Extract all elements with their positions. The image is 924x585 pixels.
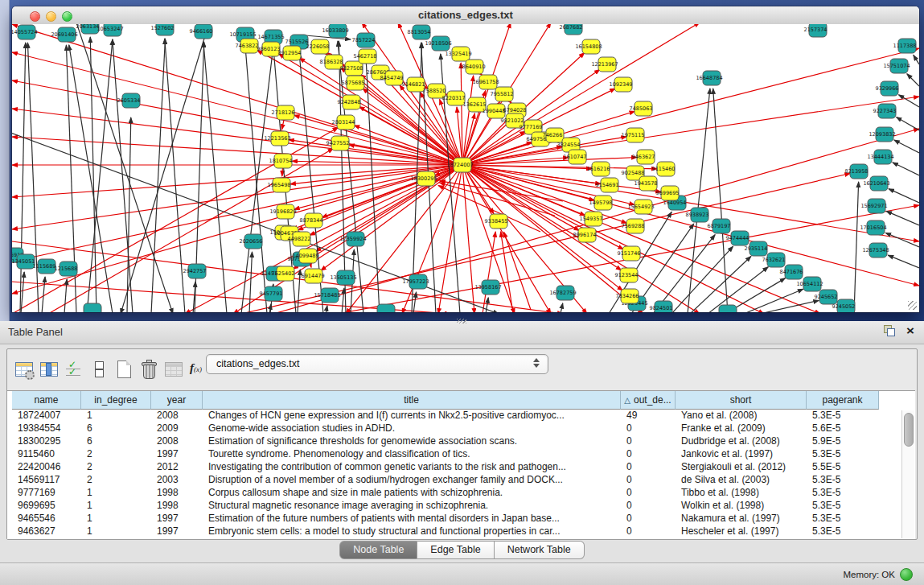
graph-edge[interactable] [483,232,495,312]
table-row[interactable]: 969969511998Structural magnetic resonanc… [12,500,901,513]
table-row[interactable]: 946362711997Embryonic stem cells: a mode… [12,525,901,538]
tab-edge-table[interactable]: Edge Table [417,541,494,559]
column-header-title[interactable]: title [203,391,621,410]
graph-edge[interactable] [561,303,563,312]
column-header-short[interactable]: short [676,391,807,410]
cell-title[interactable]: Corpus callosum shape and size in male p… [203,487,621,500]
graph-node[interactable]: 15751074 [883,59,910,73]
graph-edge[interactable] [893,163,919,175]
graph-edge[interactable] [914,55,919,64]
cell-indegree[interactable]: 2 [81,461,151,474]
tab-network-table[interactable]: Network Table [495,541,585,559]
graph-node[interactable]: 7334266 [616,289,639,303]
cell-year[interactable]: 2012 [151,461,203,474]
graph-node[interactable]: 15692971 [860,199,887,213]
tab-node-table[interactable]: Node Table [339,541,417,559]
graph-node[interactable]: 9123544 [615,268,639,282]
graph-node[interactable]: 20691406 [51,27,77,42]
network-window-titlebar[interactable]: citations_edges.txt [12,6,919,25]
cell-year[interactable]: 2008 [151,410,203,422]
graph-node[interactable]: 19196829 [269,204,296,219]
graph-node[interactable]: 1527602 [151,24,175,35]
graph-edge[interactable] [12,165,462,294]
graph-node[interactable]: 1810754 [269,154,293,168]
graph-node[interactable]: 18640910 [458,60,485,74]
cell-title[interactable]: Estimation of significance thresholds fo… [203,435,621,448]
cell-name[interactable]: 9463627 [12,525,81,538]
cell-title[interactable]: Genome-wide association studies in ADHD. [203,422,621,435]
cell-pagerank[interactable]: 5.3E-5 [807,448,879,461]
cell-indegree[interactable]: 2 [81,448,151,461]
graph-node[interactable]: 1215688 [55,262,78,276]
table-selector-dropdown[interactable]: citations_edges.txt [206,354,548,374]
graph-node[interactable]: 10653247 [97,24,123,36]
graph-node[interactable]: 16961758 [472,75,499,89]
import-table-disabled-icon[interactable] [163,359,184,380]
graph-node[interactable]: 9860123 [257,42,281,56]
delete-table-icon[interactable] [138,359,159,380]
table-scrollbar-thumb[interactable] [904,413,914,447]
cell-pagerank[interactable]: 5.3E-5 [807,487,879,500]
graph-node[interactable]: 16648784 [696,71,722,85]
cell-title[interactable]: Estimation of the future numbers of pati… [203,513,621,525]
graph-node[interactable]: 12093832 [869,127,895,142]
graph-edge[interactable] [894,140,919,153]
cell-outde[interactable]: 0 [621,461,676,474]
cell-pagerank[interactable]: 5.3E-5 [807,525,879,538]
graph-node[interactable]: 2942757 [183,264,207,278]
graph-node[interactable]: 12213967 [591,57,618,72]
graph-edge[interactable] [413,292,417,312]
graph-edge[interactable] [897,117,919,130]
graph-node[interactable]: 9463627 [632,150,655,164]
select-rows-icon[interactable]: ✓✓ [64,359,84,380]
graph-node[interactable]: 16782759 [549,286,576,300]
graph-edge[interactable] [462,76,474,165]
graph-node[interactable]: 6879197 [708,219,731,233]
cell-pagerank[interactable]: 5.3E-5 [807,474,879,487]
table-row[interactable]: 1938455462009Genome-wide association stu… [12,422,901,435]
column-header-outde[interactable]: △out_de... [621,391,676,410]
graph-edge[interactable] [898,95,919,107]
cell-year[interactable]: 1997 [151,525,203,538]
graph-node[interactable]: 16033809 [322,24,348,38]
cell-year[interactable]: 2003 [151,474,203,487]
cell-title[interactable]: Investigating the contribution of common… [203,461,621,474]
graph-node[interactable]: 2020656 [240,234,263,249]
table-row[interactable]: 911546021997Tourette syndrome. Phenomeno… [12,448,901,461]
graph-edge[interactable] [12,165,462,197]
graph-node[interactable]: 13444134 [867,150,893,164]
cell-indegree[interactable]: 6 [81,422,151,435]
graph-edge[interactable] [12,165,462,262]
graph-edge[interactable] [885,233,919,247]
graph-node[interactable]: 9338455 [485,214,508,229]
cell-outde[interactable]: 0 [621,448,676,461]
cell-pagerank[interactable]: 5.3E-5 [807,410,879,422]
graph-edge[interactable] [87,39,113,312]
graph-edge[interactable] [12,137,462,165]
cell-name[interactable]: 18300295 [12,435,81,448]
cell-year[interactable]: 2008 [151,435,203,448]
graph-edge[interactable] [501,232,513,312]
graph-edge[interactable] [203,42,227,312]
cell-year[interactable]: 1998 [151,500,203,513]
graph-edge[interactable] [342,288,344,312]
graph-edge[interactable] [165,39,185,312]
cell-short[interactable]: Tibbo et al. (1998) [676,487,807,500]
graph-node[interactable]: 9457791 [260,286,283,301]
graph-node[interactable]: 8938923 [686,208,709,222]
cell-outde[interactable]: 0 [621,435,676,448]
graph-node[interactable]: 2605334 [117,93,141,108]
graph-edge[interactable] [21,272,24,312]
graph-node[interactable]: 1117388 [893,39,917,53]
cell-year[interactable]: 1998 [151,487,203,500]
column-header-indegree[interactable]: in_degree [81,391,151,410]
cell-short[interactable]: Franke et al. (2009) [676,422,807,435]
graph-edge[interactable] [12,109,462,165]
cell-short[interactable]: Nakamura et al. (1997) [676,513,807,525]
cell-name[interactable]: 22420046 [12,461,81,474]
cell-pagerank[interactable]: 5.3E-5 [807,513,879,525]
graph-edge[interactable] [907,74,919,86]
cell-pagerank[interactable]: 5.6E-5 [807,422,879,435]
graph-edge[interactable] [12,165,462,229]
table-row[interactable]: 1830029562008Estimation of significance … [12,435,901,448]
